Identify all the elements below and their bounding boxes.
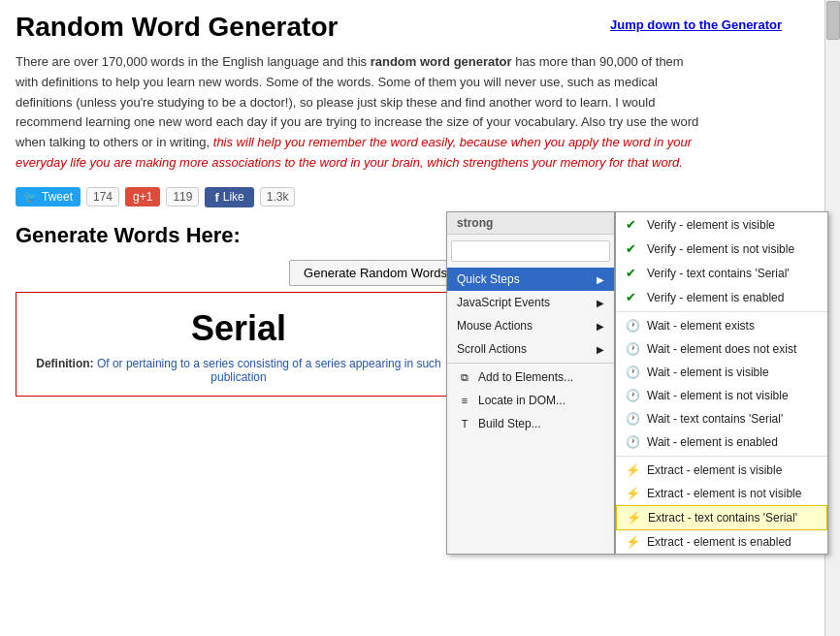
twitter-icon: 🐦	[23, 190, 38, 204]
submenu-wait-not-exist[interactable]: 🕐 Wait - element does not exist	[616, 337, 827, 361]
wait-text-serial-label: Wait - text contains 'Serial'	[647, 412, 783, 426]
menu-divider-1	[447, 363, 614, 364]
wait-visible-label: Wait - element is visible	[647, 366, 769, 379]
extract-enabled-label: Extract - element is enabled	[647, 535, 792, 549]
submenu-verify-enabled[interactable]: ✔ Verify - element is enabled	[616, 285, 827, 309]
scrollbar-thumb[interactable]	[826, 1, 840, 40]
quick-steps-label: Quick Steps	[457, 272, 520, 286]
mouse-actions-label: Mouse Actions	[457, 319, 533, 333]
tweet-label: Tweet	[42, 190, 73, 204]
extract-icon-4: ⚡	[626, 535, 641, 549]
menu-item-scroll-actions[interactable]: Scroll Actions ▶	[447, 337, 614, 361]
check-icon-4: ✔	[626, 290, 641, 304]
submenu-divider-1	[616, 311, 827, 312]
word-display-box: Serial Definition: Of or pertaining to a…	[16, 292, 462, 397]
locate-dom-icon: ≡	[457, 395, 472, 406]
generated-word: Serial	[28, 308, 449, 349]
gplus-button[interactable]: g+1	[125, 187, 160, 207]
clock-icon-6: 🕐	[626, 435, 641, 449]
clock-icon-2: 🕐	[626, 342, 641, 356]
menu-item-quick-steps[interactable]: Quick Steps ▶	[447, 268, 614, 291]
scroll-actions-label: Scroll Actions	[457, 342, 527, 356]
extract-text-serial-label: Extract - text contains 'Serial'	[648, 511, 797, 525]
definition-content: Of or pertaining to a series consisting …	[97, 357, 441, 384]
check-icon-3: ✔	[626, 266, 641, 280]
definition-area: Definition: Of or pertaining to a series…	[28, 357, 449, 384]
social-bar: 🐦 Tweet 174 g+1 119 f Like 1.3k	[16, 187, 702, 207]
extract-icon-3: ⚡	[627, 511, 642, 525]
add-elements-label: Add to Elements...	[478, 370, 573, 384]
extract-visible-label: Extract - element is visible	[647, 463, 782, 477]
submenu-extract-enabled[interactable]: ⚡ Extract - element is enabled	[616, 530, 827, 554]
submenu-wait-enabled[interactable]: 🕐 Wait - element is enabled	[616, 430, 827, 454]
add-elements-icon: ⧉	[457, 371, 472, 384]
menu-item-js-events[interactable]: JavaScript Events ▶	[447, 291, 614, 314]
menu-item-build-step[interactable]: T Build Step...	[447, 412, 614, 435]
js-events-label: JavaScript Events	[457, 296, 550, 309]
scroll-actions-arrow: ▶	[597, 344, 604, 355]
clock-icon-1: 🕐	[626, 319, 641, 333]
mouse-actions-arrow: ▶	[597, 321, 604, 332]
submenu-extract-text-serial[interactable]: ⚡ Extract - text contains 'Serial'	[616, 505, 827, 530]
fb-count: 1.3k	[260, 187, 296, 207]
fb-like-button[interactable]: f Like	[205, 187, 253, 207]
context-submenu: ✔ Verify - element is visible ✔ Verify -…	[615, 211, 828, 555]
wait-exists-label: Wait - element exists	[647, 319, 755, 333]
definition-label: Definition:	[36, 357, 93, 370]
submenu-extract-not-visible[interactable]: ⚡ Extract - element is not visible	[616, 482, 827, 505]
submenu-divider-2	[616, 456, 827, 457]
menu-search-input[interactable]	[451, 240, 610, 262]
extract-icon-2: ⚡	[626, 487, 641, 500]
tweet-button[interactable]: 🐦 Tweet	[16, 187, 81, 207]
verify-text-serial-label: Verify - text contains 'Serial'	[647, 267, 790, 280]
locate-dom-label: Locate in DOM...	[478, 394, 565, 407]
submenu-verify-text-serial[interactable]: ✔ Verify - text contains 'Serial'	[616, 261, 827, 285]
fb-label: Like	[223, 190, 244, 204]
js-events-arrow: ▶	[597, 298, 604, 308]
verify-not-visible-label: Verify - element is not visible	[647, 242, 794, 256]
page-title: Random Word Generator	[16, 12, 702, 43]
verify-visible-label: Verify - element is visible	[647, 218, 775, 232]
jump-link[interactable]: Jump down to the Generator	[610, 17, 782, 32]
gplus-count: 119	[166, 187, 199, 207]
clock-icon-3: 🕐	[626, 366, 641, 379]
menu-header: strong	[447, 212, 614, 235]
quick-steps-arrow: ▶	[597, 274, 604, 285]
extract-icon-1: ⚡	[626, 463, 641, 477]
context-menu-overlay: strong Quick Steps ▶ JavaScript Events ▶…	[446, 211, 828, 555]
clock-icon-4: 🕐	[626, 389, 641, 402]
submenu-verify-visible[interactable]: ✔ Verify - element is visible	[616, 212, 827, 237]
check-icon-2: ✔	[626, 241, 641, 256]
clock-icon-5: 🕐	[626, 412, 641, 426]
intro-paragraph: There are over 170,000 words in the Engl…	[16, 52, 702, 174]
generate-random-words-button[interactable]: Generate Random Words	[289, 260, 462, 286]
generate-button-wrapper: Generate Random Words	[16, 260, 462, 286]
build-step-label: Build Step...	[478, 417, 541, 430]
check-icon-1: ✔	[626, 217, 641, 232]
extract-not-visible-label: Extract - element is not visible	[647, 487, 801, 500]
submenu-extract-visible[interactable]: ⚡ Extract - element is visible	[616, 459, 827, 482]
menu-item-add-elements[interactable]: ⧉ Add to Elements...	[447, 366, 614, 389]
tweet-count: 174	[86, 187, 119, 207]
facebook-icon: f	[214, 190, 218, 205]
build-step-icon: T	[457, 418, 472, 429]
gplus-label: g+1	[133, 190, 152, 204]
submenu-wait-visible[interactable]: 🕐 Wait - element is visible	[616, 361, 827, 384]
menu-item-locate-dom[interactable]: ≡ Locate in DOM...	[447, 389, 614, 412]
submenu-verify-not-visible[interactable]: ✔ Verify - element is not visible	[616, 237, 827, 261]
submenu-wait-text-serial[interactable]: 🕐 Wait - text contains 'Serial'	[616, 407, 827, 430]
context-menu-main: strong Quick Steps ▶ JavaScript Events ▶…	[446, 211, 615, 555]
wait-enabled-label: Wait - element is enabled	[647, 435, 778, 449]
menu-item-mouse-actions[interactable]: Mouse Actions ▶	[447, 314, 614, 337]
submenu-wait-exists[interactable]: 🕐 Wait - element exists	[616, 314, 827, 337]
wait-not-visible-label: Wait - element is not visible	[647, 389, 789, 402]
verify-enabled-label: Verify - element is enabled	[647, 291, 784, 304]
wait-not-exist-label: Wait - element does not exist	[647, 342, 796, 356]
submenu-wait-not-visible[interactable]: 🕐 Wait - element is not visible	[616, 384, 827, 407]
